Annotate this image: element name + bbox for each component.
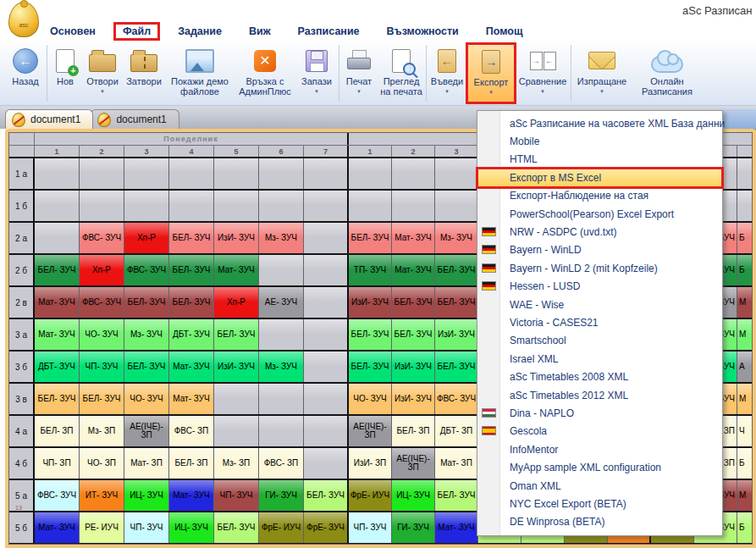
timetable-cell[interactable]: Хп-Р bbox=[214, 287, 259, 318]
timetable-cell[interactable] bbox=[214, 191, 259, 221]
timetable-cell[interactable] bbox=[35, 158, 80, 189]
timetable-cell[interactable] bbox=[304, 351, 349, 382]
row-label-2а[interactable]: 2 а bbox=[9, 223, 35, 253]
export-menu-item[interactable]: NRW - ASDPC (uvd.txt) bbox=[477, 223, 722, 241]
timetable-cell[interactable]: Мат- ЗУЧ bbox=[169, 384, 214, 414]
export-menu-item[interactable]: PowerSchool(Pearson) Excel Export bbox=[477, 205, 722, 223]
timetable-cell[interactable]: БЕЛ- ЗУЧ bbox=[435, 351, 478, 382]
toolbar-button-Връзка с АдминПлюс[interactable]: ✕Връзка с АдминПлюс bbox=[235, 43, 295, 103]
timetable-cell[interactable] bbox=[304, 319, 349, 350]
timetable-cell[interactable]: Мат- ЗУЧ bbox=[35, 287, 80, 318]
timetable-cell[interactable] bbox=[304, 255, 349, 285]
export-menu-item[interactable]: Gescola bbox=[477, 423, 722, 440]
timetable-cell[interactable]: Хп-Р bbox=[124, 223, 169, 253]
timetable-cell[interactable] bbox=[435, 191, 478, 221]
timetable-cell[interactable]: ГИ- ЗУЧ bbox=[392, 512, 435, 543]
timetable-cell[interactable]: Мз- ЗУЧ bbox=[259, 223, 304, 253]
timetable-cell[interactable]: ИзИ- ЗУЧ bbox=[349, 287, 392, 318]
timetable-cell[interactable]: Мат- ЗУЧ bbox=[169, 480, 214, 511]
timetable-cell[interactable]: БЕЛ- ЗУЧ bbox=[124, 287, 169, 318]
timetable-cell[interactable]: БЕЛ- ЗУЧ bbox=[80, 384, 124, 414]
export-menu-item[interactable]: Bayern - WinLD 2 (mit Kopfzeile) bbox=[477, 259, 722, 277]
timetable-cell[interactable]: Мз- ЗУЧ bbox=[259, 351, 304, 382]
timetable-cell[interactable] bbox=[35, 191, 80, 221]
row-label-2в[interactable]: 2 в bbox=[9, 287, 35, 318]
timetable-cell[interactable]: ЧП- ЗП bbox=[35, 448, 80, 479]
timetable-cell[interactable]: ЧП- ЗУЧ bbox=[80, 351, 124, 382]
timetable-cell[interactable]: БЕЛ- ЗУЧ bbox=[435, 480, 478, 511]
row-label-3а[interactable]: 3 а bbox=[9, 319, 35, 350]
menubar-item-Разписание[interactable]: Разписание bbox=[290, 24, 367, 39]
menubar-item-Помощ[interactable]: Помощ bbox=[478, 24, 531, 39]
export-menu-item[interactable]: Експорт-Наблюдение на стая bbox=[477, 187, 722, 205]
timetable-cell[interactable] bbox=[392, 158, 435, 189]
export-menu-item[interactable]: Smartschool bbox=[477, 332, 722, 350]
export-menu-item[interactable]: NYC Excel Export (BETA) bbox=[477, 495, 722, 512]
timetable-cell[interactable] bbox=[259, 319, 304, 350]
timetable-cell[interactable]: БЕЛ- ЗУЧ bbox=[304, 480, 349, 511]
timetable-cell[interactable] bbox=[737, 191, 752, 221]
timetable-cell[interactable] bbox=[124, 158, 169, 189]
timetable-cell[interactable]: Мз- ЗУЧ bbox=[435, 223, 478, 253]
export-menu-item[interactable]: Bayern - WinLD bbox=[477, 241, 722, 259]
timetable-cell[interactable]: БЕЛ- ЗУЧ bbox=[124, 351, 169, 382]
export-menu-item[interactable]: aSc Timetables 2012 XML bbox=[477, 386, 722, 404]
timetable-cell[interactable]: ИЦ- ЗУЧ bbox=[124, 480, 169, 511]
timetable-cell[interactable]: ИТ- ЗУЧ bbox=[80, 480, 124, 511]
timetable-cell[interactable] bbox=[349, 191, 392, 221]
timetable-cell[interactable]: А bbox=[737, 351, 752, 382]
timetable-cell[interactable]: Мат- ЗУЧ bbox=[435, 512, 478, 543]
app-bell-icon[interactable]: asc bbox=[8, 2, 39, 37]
row-label-5б[interactable]: 5 б bbox=[9, 512, 35, 543]
export-menu-item[interactable]: DE Winprosa (BETA) bbox=[477, 513, 722, 531]
export-menu-item[interactable]: aSc Разписание на часовете XML База данн… bbox=[477, 114, 722, 132]
export-menu-item[interactable]: Mobile bbox=[477, 132, 722, 150]
export-menu-item[interactable]: Експорт в MS Excel bbox=[477, 169, 722, 186]
timetable-cell[interactable] bbox=[169, 191, 214, 221]
timetable-cell[interactable] bbox=[737, 158, 752, 189]
export-menu-item[interactable]: Oman XML bbox=[477, 477, 722, 495]
menubar-item-Виж[interactable]: Виж bbox=[241, 24, 279, 39]
export-menu-item[interactable]: MyApp sample XML configuration bbox=[477, 458, 722, 476]
timetable-cell[interactable]: БЕЛ- ЗУЧ bbox=[169, 223, 214, 253]
timetable-cell[interactable] bbox=[259, 255, 304, 285]
timetable-cell[interactable]: ЧП- ЗУЧ bbox=[349, 512, 392, 543]
timetable-cell[interactable] bbox=[304, 191, 349, 221]
timetable-cell[interactable]: АЕ(ІЧЕ)- ЗП bbox=[349, 416, 392, 446]
timetable-cell[interactable]: ИЦ- ЗУЧ bbox=[392, 480, 435, 511]
timetable-cell[interactable]: Мат- ЗУЧ bbox=[214, 255, 259, 285]
menubar-item-Задание[interactable]: Задание bbox=[170, 24, 229, 39]
toolbar-button-Изпращане[interactable]: Изпращане▼ bbox=[572, 43, 632, 103]
export-menu-item[interactable]: WAE - Wise bbox=[477, 296, 722, 313]
timetable-cell[interactable]: Мат- ЗУЧ bbox=[35, 512, 80, 543]
menubar-item-Файл[interactable]: Файл bbox=[115, 24, 158, 39]
timetable-cell[interactable]: ИзИ- ЗП bbox=[349, 448, 392, 479]
timetable-cell[interactable]: ФВС- ЗУЧ bbox=[35, 480, 80, 511]
timetable-cell[interactable]: АЕ(ІЧЕ)- ЗП bbox=[392, 448, 435, 479]
timetable-cell[interactable]: М bbox=[737, 287, 752, 318]
timetable-cell[interactable]: БЕЛ- ЗП bbox=[392, 416, 435, 446]
timetable-cell[interactable]: Мз- ЗУЧ bbox=[124, 319, 169, 350]
timetable-cell[interactable]: ИзИ- ЗУЧ bbox=[214, 351, 259, 382]
timetable-cell[interactable]: Мз- ЗП bbox=[214, 448, 259, 479]
timetable-cell[interactable] bbox=[304, 287, 349, 318]
export-menu-item[interactable]: InfoMentor bbox=[477, 440, 722, 458]
toolbar-button-Запази[interactable]: Запази▼ bbox=[295, 43, 338, 103]
timetable-cell[interactable]: ЧО- ЗУЧ bbox=[80, 319, 124, 350]
timetable-cell[interactable] bbox=[259, 158, 304, 189]
timetable-cell[interactable]: БЕЛ- ЗП bbox=[169, 448, 214, 479]
timetable-cell[interactable]: ЧО- ЗУЧ bbox=[349, 384, 392, 414]
row-label-4а[interactable]: 4 а bbox=[9, 416, 35, 446]
timetable-cell[interactable]: Мз- ЗП bbox=[80, 416, 124, 446]
timetable-cell[interactable]: АЕ(ІЧЕ)- ЗП bbox=[124, 416, 169, 446]
timetable-cell[interactable] bbox=[259, 191, 304, 221]
timetable-cell[interactable]: ЧО- ЗУЧ bbox=[124, 384, 169, 414]
timetable-cell[interactable]: ФрЕ- ИУЧ bbox=[349, 480, 392, 511]
timetable-cell[interactable]: М bbox=[737, 319, 752, 350]
timetable-cell[interactable]: ИЦ- ЗУЧ bbox=[169, 512, 214, 543]
timetable-cell[interactable]: РЕ- ИУЧ bbox=[80, 512, 124, 543]
timetable-cell[interactable] bbox=[35, 223, 80, 253]
timetable-cell[interactable]: БЕЛ- ЗУЧ bbox=[35, 384, 80, 414]
timetable-cell[interactable]: БЕЛ- ЗУЧ bbox=[349, 351, 392, 382]
timetable-cell[interactable]: Б bbox=[737, 255, 752, 285]
